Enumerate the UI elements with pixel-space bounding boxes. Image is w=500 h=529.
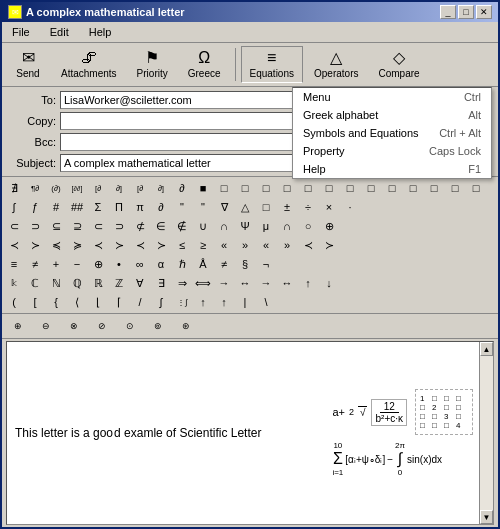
sym-btn[interactable]: □: [256, 198, 276, 216]
sym-btn[interactable]: ↔: [277, 274, 297, 292]
operators-button[interactable]: △ Operators: [305, 46, 367, 83]
sym-btn[interactable]: #: [46, 198, 66, 216]
sym-btn[interactable]: □: [256, 179, 276, 197]
scroll-up-button[interactable]: ▲: [480, 342, 493, 356]
dropdown-item-menu[interactable]: Menu Ctrl: [293, 88, 491, 106]
sym-btn[interactable]: ": [172, 198, 192, 216]
sym-btn[interactable]: +: [46, 255, 66, 273]
sym-btn[interactable]: μ: [256, 217, 276, 235]
sym-btn[interactable]: ℏ: [172, 255, 192, 273]
sym-btn[interactable]: ⋮∫: [172, 293, 192, 311]
sym-btn[interactable]: ○: [298, 217, 318, 235]
sym-btn[interactable]: [: [25, 293, 45, 311]
sym-btn[interactable]: □: [298, 179, 318, 197]
sym-btn[interactable]: ∉: [172, 217, 192, 235]
sym-btn[interactable]: ÷: [298, 198, 318, 216]
sym-btn[interactable]: 𝕜: [4, 274, 24, 292]
sym-btn[interactable]: □: [214, 179, 234, 197]
sym-btn[interactable]: □: [382, 179, 402, 197]
sym-btn[interactable]: ≺: [4, 236, 24, 254]
scroll-down-button[interactable]: ▼: [480, 510, 493, 524]
sym-btn[interactable]: ƒ: [25, 198, 45, 216]
sym-btn[interactable]: ∫: [151, 293, 171, 311]
sym-btn[interactable]: ∂: [151, 198, 171, 216]
sym-btn[interactable]: [∂: [88, 179, 108, 197]
sym-btn[interactable]: ∂: [172, 179, 192, 197]
sym-btn[interactable]: ⊂: [4, 217, 24, 235]
sym-btn[interactable]: ∈: [151, 217, 171, 235]
sym-btn[interactable]: •: [109, 255, 129, 273]
sym-btn[interactable]: ≺: [130, 236, 150, 254]
sym-btn[interactable]: ·: [340, 198, 360, 216]
sym-btn[interactable]: Σ: [88, 198, 108, 216]
dropdown-item-help[interactable]: Help F1: [293, 160, 491, 178]
sym-btn[interactable]: ∃: [151, 274, 171, 292]
sym-btn[interactable]: ∂]: [109, 179, 129, 197]
sym-btn[interactable]: ": [193, 198, 213, 216]
sym-btn[interactable]: ¬: [256, 255, 276, 273]
sym-btn[interactable]: ↑: [214, 293, 234, 311]
sym-btn[interactable]: ≺: [88, 236, 108, 254]
bottom-btn-7[interactable]: ⊛: [174, 316, 198, 336]
sym-btn[interactable]: □: [466, 179, 486, 197]
sym-btn[interactable]: ≻: [151, 236, 171, 254]
greece-button[interactable]: Ω Greece: [179, 46, 230, 83]
sym-btn[interactable]: ℚ: [67, 274, 87, 292]
sym-btn[interactable]: «: [214, 236, 234, 254]
minimize-button[interactable]: _: [440, 5, 456, 19]
sym-btn[interactable]: −: [67, 255, 87, 273]
sym-btn[interactable]: (: [4, 293, 24, 311]
sym-btn[interactable]: »: [277, 236, 297, 254]
compare-button[interactable]: ◇ Compare: [369, 46, 428, 83]
sym-btn[interactable]: □: [445, 179, 465, 197]
sym-btn[interactable]: ∪: [193, 217, 213, 235]
equations-button[interactable]: ≡ Equations: [241, 46, 303, 83]
bottom-btn-4[interactable]: ⊘: [90, 316, 114, 336]
sym-btn[interactable]: ⊇: [67, 217, 87, 235]
bottom-btn-1[interactable]: ⊕: [6, 316, 30, 336]
sym-btn[interactable]: ##: [67, 198, 87, 216]
sym-btn[interactable]: |: [235, 293, 255, 311]
sym-btn[interactable]: §: [235, 255, 255, 273]
sym-btn[interactable]: ■: [193, 179, 213, 197]
sym-btn[interactable]: ⟨: [67, 293, 87, 311]
maximize-button[interactable]: □: [458, 5, 474, 19]
sym-btn[interactable]: α: [151, 255, 171, 273]
sym-btn[interactable]: ⌈: [109, 293, 129, 311]
sym-btn[interactable]: ∂]: [151, 179, 171, 197]
sym-btn[interactable]: △: [235, 198, 255, 216]
sym-btn[interactable]: ↑: [298, 274, 318, 292]
sym-btn[interactable]: \: [256, 293, 276, 311]
sym-btn[interactable]: ≡: [4, 255, 24, 273]
sym-btn[interactable]: π: [130, 198, 150, 216]
bottom-btn-5[interactable]: ⊙: [118, 316, 142, 336]
sym-btn[interactable]: ⊄: [130, 217, 150, 235]
sym-btn[interactable]: ∀: [130, 274, 150, 292]
sym-btn[interactable]: ⊕: [88, 255, 108, 273]
sym-btn[interactable]: ±: [277, 198, 297, 216]
sym-btn[interactable]: →: [214, 274, 234, 292]
sym-btn[interactable]: ≻: [109, 236, 129, 254]
sym-btn[interactable]: □: [277, 179, 297, 197]
sym-btn[interactable]: ∇: [214, 198, 234, 216]
sym-btn[interactable]: ℤ: [109, 274, 129, 292]
bottom-btn-2[interactable]: ⊖: [34, 316, 58, 336]
sym-btn[interactable]: □: [235, 179, 255, 197]
sym-btn[interactable]: ≻: [25, 236, 45, 254]
sym-btn[interactable]: «: [256, 236, 276, 254]
sym-btn[interactable]: ∩: [214, 217, 234, 235]
sym-btn[interactable]: ∞: [130, 255, 150, 273]
sym-btn[interactable]: ⊆: [46, 217, 66, 235]
sym-btn[interactable]: ⇒: [172, 274, 192, 292]
scroll-track[interactable]: [480, 356, 493, 510]
sym-btn[interactable]: →: [256, 274, 276, 292]
sym-btn[interactable]: ∫: [4, 198, 24, 216]
sym-btn[interactable]: »: [235, 236, 255, 254]
sym-btn[interactable]: ⊃: [25, 217, 45, 235]
sym-btn[interactable]: Å: [193, 255, 213, 273]
close-button[interactable]: ✕: [476, 5, 492, 19]
dropdown-item-greek[interactable]: Greek alphabet Alt: [293, 106, 491, 124]
sym-btn[interactable]: ×: [319, 198, 339, 216]
sym-btn[interactable]: Π: [109, 198, 129, 216]
sym-btn[interactable]: Ψ: [235, 217, 255, 235]
